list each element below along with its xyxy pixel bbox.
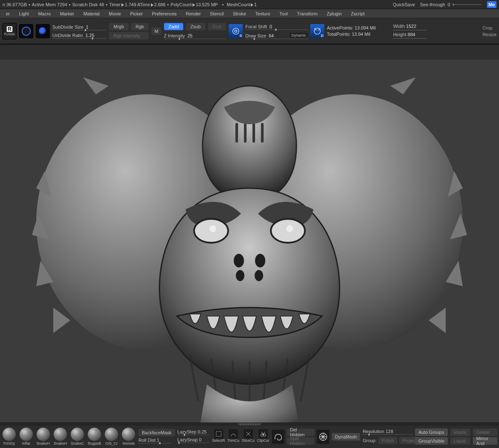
viewport[interactable]: [0, 44, 499, 423]
svg-point-0: [233, 28, 239, 34]
menu-er[interactable]: er: [2, 10, 14, 17]
rgb-button[interactable]: Rgb: [131, 23, 148, 30]
timer: Timer1.749: [109, 2, 136, 7]
see-through-slider[interactable]: See-through 0: [420, 2, 482, 7]
resolution-slider[interactable]: Resolution 128: [363, 429, 413, 436]
menu-render[interactable]: Render: [182, 10, 205, 17]
lazy-mouse-button[interactable]: S: [229, 24, 243, 38]
menu-macro[interactable]: Macro: [34, 10, 55, 17]
del-hidden-button[interactable]: Del Hidden: [287, 428, 314, 436]
dynamic-label[interactable]: Dynamic: [290, 33, 308, 38]
see-through-value: 0: [448, 2, 450, 7]
auto-groups-button[interactable]: Auto Groups: [415, 428, 448, 436]
menu-movie[interactable]: Movie: [105, 10, 125, 17]
liquid-button[interactable]: Liquid: [450, 437, 470, 445]
elastic-button[interactable]: Elastic: [450, 428, 470, 436]
mrgb-button[interactable]: Mrgb: [109, 23, 128, 30]
undivide-ratio-slider[interactable]: UnDivide Ratio1.25: [52, 32, 106, 39]
sculpt-canvas[interactable]: [0, 60, 499, 423]
trimcurve-icon[interactable]: TrimCu: [227, 429, 240, 444]
resize-button[interactable]: Resize: [482, 32, 497, 37]
menu-material[interactable]: Material: [79, 10, 104, 17]
menu-transform[interactable]: Transform: [293, 10, 322, 17]
slicecurve-icon[interactable]: SliceCu: [242, 429, 254, 444]
delete-button[interactable]: Delete: [473, 428, 497, 436]
svg-rect-23: [216, 431, 221, 436]
dot-icon: •: [69, 2, 71, 7]
menu-preferences[interactable]: Preferences: [148, 10, 180, 17]
focal-shift-slider[interactable]: Focal Shift0: [245, 23, 308, 30]
atime: ATime2.686: [136, 2, 166, 7]
height-field[interactable]: Height 884: [393, 32, 426, 39]
subdivide-size-slider[interactable]: SubDivide Size1: [52, 23, 106, 31]
dynamesh-icon[interactable]: [317, 430, 329, 444]
menu-stroke[interactable]: Stroke: [229, 10, 250, 17]
crop-button[interactable]: Crop: [482, 25, 497, 30]
roll-dist-slider[interactable]: Roll Dist 1: [138, 438, 171, 444]
dynamesh-button[interactable]: DynaMesh: [332, 433, 361, 441]
scratch-disk: Scratch Disk 48: [72, 2, 104, 7]
menu-marker[interactable]: Marker: [56, 10, 78, 17]
curve-swirl-icon[interactable]: [272, 430, 284, 444]
polycount: PolyCount13.525 MP: [170, 2, 218, 7]
menu-tool[interactable]: Tool: [275, 10, 292, 17]
zsub-button[interactable]: Zsub: [186, 23, 205, 30]
dot-icon: •: [167, 2, 169, 7]
edit-ring-button[interactable]: [19, 24, 33, 38]
brush-inflat[interactable]: Inflat: [19, 428, 33, 446]
lazystep-slider[interactable]: LazyStep 0.25: [178, 429, 210, 436]
svg-point-18: [286, 225, 293, 232]
menu-picker[interactable]: Picker: [126, 10, 147, 17]
draw-size-slider[interactable]: Draw Size64 Dynamic: [245, 32, 308, 39]
backface-mask-button[interactable]: BackfaceMask: [138, 429, 175, 436]
active-mem: Active Mem 7294: [32, 2, 67, 7]
tool-row: RRotate SubDivide Size1 UnDivide Ratio1.…: [0, 18, 499, 44]
dynamesh-draw-button[interactable]: D: [310, 24, 324, 38]
brush-orbcr[interactable]: Orb_Cr: [104, 428, 119, 446]
svg-point-19: [234, 254, 244, 268]
menu-zplugin[interactable]: Zplugin: [323, 10, 346, 17]
lazysnap-slider[interactable]: LazySnap 0: [178, 437, 210, 444]
rgb-intensity[interactable]: Rgb Intensity: [109, 32, 149, 39]
group-visible-button[interactable]: GroupVisible: [415, 437, 448, 445]
menu-bar: er Light Macro Marker Material Movie Pic…: [0, 9, 499, 18]
mem-label: n 36.677GB: [2, 2, 27, 7]
brush-monste[interactable]: Monste: [121, 428, 136, 446]
svg-point-20: [255, 254, 265, 268]
see-through-label: See-through: [420, 2, 445, 7]
menu-light[interactable]: Light: [15, 10, 33, 17]
sculpt-preview-icon: [0, 60, 499, 423]
svg-point-17: [210, 225, 216, 232]
rotate-button[interactable]: RRotate: [2, 23, 17, 39]
brush-snakeh1[interactable]: SnakeH: [36, 428, 50, 446]
svg-point-1: [235, 30, 237, 32]
split-hidden-button[interactable]: Split Hidden: [287, 437, 314, 445]
me-button[interactable]: Me: [487, 1, 497, 8]
brush-rugasb[interactable]: RugasB: [87, 428, 102, 446]
bottom-bar: TrimDy Inflat SnakeH SnakeH SnakeC Rugas…: [0, 425, 499, 448]
svg-marker-13: [83, 77, 109, 94]
status-bar: n 36.677GB • Active Mem 7294 • Scratch D…: [0, 0, 499, 9]
zcut-button[interactable]: Zcut: [208, 23, 226, 30]
zadd-button[interactable]: Zadd: [164, 23, 183, 30]
group-label: Group:: [363, 438, 377, 443]
brush-trimdy[interactable]: TrimDy: [2, 428, 16, 446]
menu-texture[interactable]: Texture: [251, 10, 274, 17]
z-intensity-slider[interactable]: Z Intensity25: [164, 32, 226, 39]
selectrect-icon[interactable]: SelectR: [212, 429, 225, 444]
menu-zscript[interactable]: Zscript: [347, 10, 369, 17]
mirror-button[interactable]: Mirror And: [473, 437, 497, 445]
edit-fill-button[interactable]: [36, 24, 50, 38]
brush-snakeh2[interactable]: SnakeH: [53, 428, 67, 446]
m-button[interactable]: M: [151, 27, 161, 35]
clipcurve-icon[interactable]: ClipCur: [257, 429, 269, 444]
dot-icon: •: [29, 2, 30, 7]
quicksave-button[interactable]: QuickSave: [393, 2, 415, 7]
brush-snakec[interactable]: SnakeC: [70, 428, 85, 446]
polish-button[interactable]: Polish: [378, 437, 398, 444]
width-field[interactable]: Width 1522: [393, 24, 426, 30]
meshcount: • MeshCount1: [218, 2, 257, 7]
svg-marker-14: [390, 77, 416, 94]
menu-stencil[interactable]: Stencil: [206, 10, 228, 17]
svg-point-21: [236, 270, 245, 281]
